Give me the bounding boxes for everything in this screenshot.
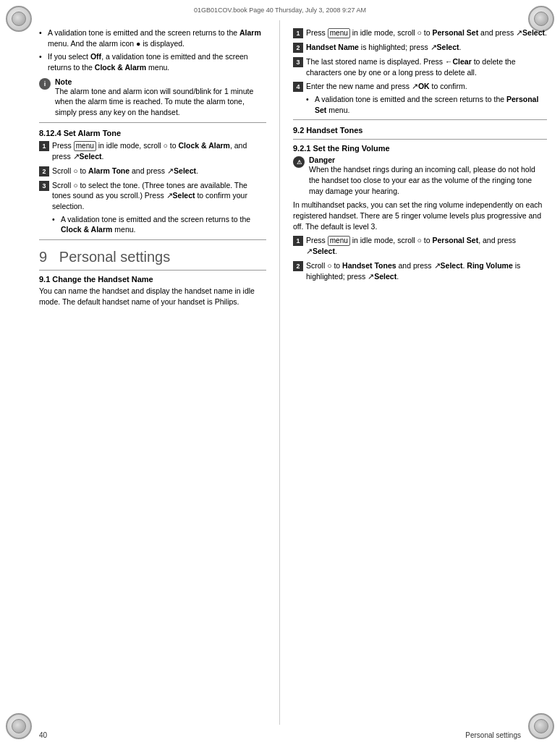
note-text: The alarm tone and alarm icon will sound… [55, 87, 253, 116]
step-921-num-2: 2 [293, 261, 303, 271]
step-item-3: 3 Scroll ○ to select the tone. (Three to… [39, 180, 266, 235]
step-3-sub-bullet: A validation tone is emitted and the scr… [52, 214, 266, 235]
menu-glyph-921: menu [328, 236, 350, 246]
note-content: Note The alarm tone and alarm icon will … [55, 77, 266, 118]
step-91-text-2: Handset Name is highlighted; press ↗Sele… [306, 42, 547, 53]
step-91-num-4: 4 [293, 82, 303, 92]
danger-text: When the handset rings during an incomin… [309, 165, 535, 195]
section-divider-3 [39, 270, 266, 271]
header-text: 01GB01COV.book Page 40 Thursday, July 3,… [194, 7, 366, 14]
step-num-3: 3 [39, 181, 49, 191]
step-921-num-1: 1 [293, 236, 303, 246]
section-921-body: In multihandset packs, you can set the r… [293, 200, 547, 233]
section-divider-1 [39, 122, 266, 123]
step-91-2: 2 Handset Name is highlighted; press ↗Se… [293, 42, 547, 53]
step-num-2: 2 [39, 166, 49, 176]
footer-bar: 40 Personal settings [0, 725, 560, 745]
step-list-921: 1 Press menu in idle mode, scroll ○ to P… [293, 235, 547, 281]
step-921-2: 2 Scroll ○ to Handset Tones and press ↗S… [293, 260, 547, 281]
footer-page-number: 40 [39, 731, 47, 739]
danger-label: Danger [309, 156, 335, 164]
bullet-list-alarm: A validation tone is emitted and the scr… [39, 27, 266, 73]
section-heading-91: 9.1 Change the Handset Name [39, 275, 266, 284]
left-column: A validation tone is emitted and the scr… [0, 20, 280, 725]
note-icon: i [39, 78, 51, 90]
danger-icon: ⚠ [293, 156, 305, 168]
step-91-3: 3 The last stored name is displayed. Pre… [293, 56, 547, 77]
step-91-text-4: Enter the new name and press ↗OK to conf… [306, 81, 547, 115]
chapter-heading-9: 9 Personal settings [39, 249, 266, 265]
section-divider-2 [39, 239, 266, 240]
step-list-8124: 1 Press menu in idle mode, scroll ○ to C… [39, 140, 266, 235]
danger-box: ⚠ Danger When the handset rings during a… [293, 156, 547, 196]
step-91-num-2: 2 [293, 43, 303, 53]
step-91-1: 1 Press menu in idle mode, scroll ○ to P… [293, 27, 547, 38]
step-list-91: 1 Press menu in idle mode, scroll ○ to P… [293, 27, 547, 115]
step-item-2: 2 Scroll ○ to Alarm Tone and press ↗Sele… [39, 166, 266, 176]
section-heading-92: 9.2 Handset Tones [293, 126, 547, 135]
main-content: A validation tone is emitted and the scr… [0, 20, 560, 725]
bullet-item-1: A validation tone is emitted and the scr… [39, 27, 266, 48]
step-91-num-3: 3 [293, 57, 303, 67]
step-text-2: Scroll ○ to Alarm Tone and press ↗Select… [52, 166, 266, 176]
step-921-1: 1 Press menu in idle mode, scroll ○ to P… [293, 235, 547, 257]
header-bar: 01GB01COV.book Page 40 Thursday, July 3,… [0, 0, 560, 20]
step-921-text-2: Scroll ○ to Handset Tones and press ↗Sel… [306, 260, 547, 281]
note-box: i Note The alarm tone and alarm icon wil… [39, 77, 266, 118]
step-91-4-sub: A validation tone is emitted and the scr… [306, 94, 547, 115]
step-text-1: Press menu in idle mode, scroll ○ to Clo… [52, 140, 266, 162]
menu-glyph-r1: menu [328, 28, 350, 38]
section-divider-r2 [293, 139, 547, 140]
note-label: Note [55, 77, 72, 86]
step-91-num-1: 1 [293, 28, 303, 38]
menu-glyph: menu [74, 141, 96, 151]
bullet-item-2: If you select Off, a validation tone is … [39, 51, 266, 72]
section-heading-8124: 8.12.4 Set Alarm Tone [39, 129, 266, 137]
step-91-text-3: The last stored name is displayed. Press… [306, 56, 547, 77]
section-heading-921: 9.2.1 Set the Ring Volume [293, 144, 547, 153]
step-921-text-1: Press menu in idle mode, scroll ○ to Per… [306, 235, 547, 257]
section-divider-r1 [293, 119, 547, 120]
step-91-4: 4 Enter the new name and press ↗OK to co… [293, 81, 547, 115]
step-text-3: Scroll ○ to select the tone. (Three tone… [52, 180, 266, 235]
section-91-body: You can name the handset and display the… [39, 286, 266, 307]
footer-section-title: Personal settings [465, 731, 521, 739]
danger-content: Danger When the handset rings during an … [309, 156, 547, 196]
right-column: 1 Press menu in idle mode, scroll ○ to P… [280, 20, 560, 725]
step-item-1: 1 Press menu in idle mode, scroll ○ to C… [39, 140, 266, 162]
step-91-text-1: Press menu in idle mode, scroll ○ to Per… [306, 27, 547, 38]
step-num-1: 1 [39, 141, 49, 151]
